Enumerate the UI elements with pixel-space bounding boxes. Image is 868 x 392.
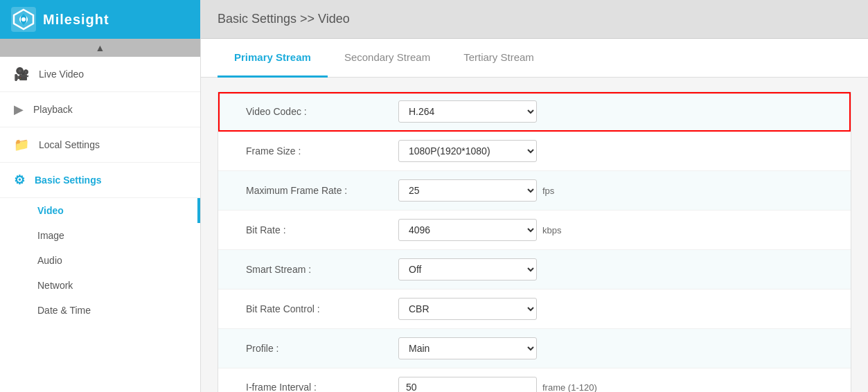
sidebar: Milesight ▲ 🎥 Live Video ▶ Playback 📁 Lo…	[0, 0, 201, 392]
control-wrap-smart-stream: OffOn	[398, 258, 537, 280]
sidebar-item-label-local-settings: Local Settings	[39, 139, 100, 150]
folder-icon: 📁	[14, 137, 29, 152]
settings-form: Video Codec :H.264H.265MJPEGFrame Size :…	[218, 91, 851, 392]
control-wrap-profile: MainBaselineHigh	[398, 337, 537, 359]
page-header: Basic Settings >> Video	[201, 0, 868, 39]
tab-primary-stream[interactable]: Primary Stream	[218, 39, 328, 78]
unit-iframe-interval: frame (1-120)	[542, 382, 597, 393]
sidebar-item-playback[interactable]: ▶ Playback	[0, 92, 200, 127]
tab-tertiary-stream[interactable]: Tertiary Stream	[447, 39, 551, 78]
label-frame-size: Frame Size :	[246, 145, 398, 157]
control-wrap-video-codec: H.264H.265MJPEG	[398, 100, 537, 123]
label-bit-rate-control: Bit Rate Control :	[246, 303, 398, 314]
sidebar-sub-label-network: Network	[37, 280, 73, 291]
main-content: Basic Settings >> Video Primary Stream S…	[201, 0, 868, 392]
form-row-frame-size: Frame Size :1080P(1920*1080)720P(1280*72…	[218, 132, 851, 171]
milesight-logo-icon	[11, 7, 36, 32]
select-frame-size[interactable]: 1080P(1920*1080)720P(1280*720)4K(3840*21…	[398, 140, 537, 162]
sidebar-sub-item-audio[interactable]: Audio	[0, 248, 200, 273]
unit-bit-rate: kbps	[542, 225, 561, 235]
label-bit-rate: Bit Rate :	[246, 224, 398, 235]
label-profile: Profile :	[246, 343, 398, 354]
gear-icon: ⚙	[14, 172, 25, 188]
label-video-codec: Video Codec :	[246, 106, 398, 117]
unit-max-frame-rate: fps	[542, 186, 554, 196]
label-max-frame-rate: Maximum Frame Rate :	[246, 185, 398, 196]
sidebar-item-label-basic-settings: Basic Settings	[35, 175, 101, 186]
select-smart-stream[interactable]: OffOn	[398, 258, 537, 280]
form-row-bit-rate: Bit Rate :4096204810248192kbps	[218, 211, 851, 250]
sidebar-item-basic-settings[interactable]: ⚙ Basic Settings	[0, 163, 200, 198]
form-row-smart-stream: Smart Stream :OffOn	[218, 250, 851, 289]
form-row-bit-rate-control: Bit Rate Control :CBRVBR	[218, 289, 851, 329]
control-wrap-max-frame-rate: 253015105fps	[398, 179, 554, 202]
sidebar-sub-label-image: Image	[37, 230, 64, 241]
input-iframe-interval[interactable]	[398, 377, 537, 392]
sidebar-header: Milesight	[0, 0, 200, 39]
label-iframe-interval: I-frame Interval :	[246, 382, 398, 392]
camera-icon: 🎥	[14, 66, 29, 82]
sidebar-item-live-video[interactable]: 🎥 Live Video	[0, 57, 200, 92]
play-icon: ▶	[14, 102, 24, 117]
page-title: Basic Settings >> Video	[218, 12, 350, 26]
control-wrap-bit-rate: 4096204810248192kbps	[398, 219, 561, 241]
form-row-profile: Profile :MainBaselineHigh	[218, 329, 851, 368]
sidebar-sub-item-network[interactable]: Network	[0, 273, 200, 298]
sidebar-nav: 🎥 Live Video ▶ Playback 📁 Local Settings…	[0, 57, 200, 323]
sidebar-sub-item-video[interactable]: Video	[0, 198, 200, 223]
sidebar-item-label-playback: Playback	[33, 104, 73, 115]
sidebar-sub-item-date-time[interactable]: Date & Time	[0, 298, 200, 323]
svg-point-4	[21, 17, 26, 21]
select-bit-rate[interactable]: 4096204810248192	[398, 219, 537, 241]
form-row-iframe-interval: I-frame Interval :frame (1-120)	[218, 368, 851, 392]
tab-secondary-stream[interactable]: Secondary Stream	[328, 39, 447, 78]
sidebar-sub-label-date-time: Date & Time	[37, 305, 91, 316]
select-max-frame-rate[interactable]: 253015105	[398, 179, 537, 202]
sidebar-item-local-settings[interactable]: 📁 Local Settings	[0, 127, 200, 163]
select-video-codec[interactable]: H.264H.265MJPEG	[398, 100, 537, 123]
select-bit-rate-control[interactable]: CBRVBR	[398, 298, 537, 320]
select-profile[interactable]: MainBaselineHigh	[398, 337, 537, 359]
sidebar-brand: Milesight	[43, 12, 109, 28]
scroll-up-button[interactable]: ▲	[0, 39, 200, 57]
form-row-video-codec: Video Codec :H.264H.265MJPEG	[218, 92, 851, 132]
control-wrap-iframe-interval: frame (1-120)	[398, 377, 597, 392]
label-smart-stream: Smart Stream :	[246, 264, 398, 275]
control-wrap-bit-rate-control: CBRVBR	[398, 298, 537, 320]
stream-tabs: Primary Stream Secondary Stream Tertiary…	[201, 39, 868, 78]
sidebar-sub-label-video: Video	[37, 205, 64, 216]
sidebar-sub-label-audio: Audio	[37, 255, 62, 266]
control-wrap-frame-size: 1080P(1920*1080)720P(1280*720)4K(3840*21…	[398, 140, 537, 162]
sidebar-sub-item-image[interactable]: Image	[0, 223, 200, 248]
form-row-max-frame-rate: Maximum Frame Rate :253015105fps	[218, 171, 851, 211]
sidebar-item-label-live-video: Live Video	[39, 69, 84, 80]
main-body: Primary Stream Secondary Stream Tertiary…	[201, 39, 868, 392]
